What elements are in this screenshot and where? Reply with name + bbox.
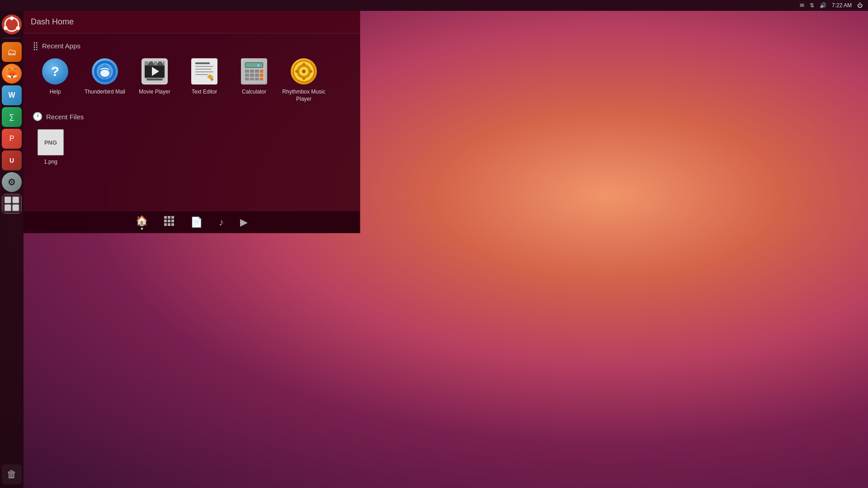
- recent-files-header: 🕐 Recent Files: [33, 112, 351, 122]
- launcher-item-workspace[interactable]: [2, 194, 22, 214]
- svg-rect-20: [146, 79, 163, 80]
- calculator-icon: 0: [241, 58, 267, 84]
- launcher-divider: [4, 38, 20, 38]
- topbar-email-icon[interactable]: ✉: [800, 2, 804, 9]
- topbar-volume-icon[interactable]: 🔊: [820, 2, 826, 9]
- svg-rect-25: [195, 69, 212, 70]
- dash-content: ⣿ Recent Apps ? Help: [24, 33, 360, 211]
- svg-rect-55: [168, 216, 170, 219]
- launcher-item-ubuntu-home[interactable]: [2, 14, 22, 34]
- svg-rect-18: [163, 61, 165, 65]
- app-icon-wrapper-help: ?: [41, 57, 70, 86]
- dash-bottom-home[interactable]: 🏠: [136, 215, 148, 230]
- dash-home-label: Dash Home: [31, 17, 74, 27]
- dash-bottom-music[interactable]: ♪: [219, 216, 224, 228]
- svg-rect-57: [164, 220, 167, 222]
- svg-rect-4: [5, 197, 11, 203]
- app-item-movieplayer[interactable]: Movie Player: [132, 57, 177, 103]
- writer-icon: W: [2, 85, 22, 105]
- ubuntu-one-icon: U: [2, 150, 22, 170]
- launcher-item-system[interactable]: ⚙: [2, 172, 22, 192]
- svg-rect-14: [145, 61, 148, 65]
- topbar-network-icon[interactable]: ⇅: [810, 2, 814, 9]
- calc-icon: ∑: [2, 107, 22, 127]
- app-icon-wrapper-thunderbird: [90, 57, 119, 86]
- app-icon-wrapper-texteditor: [190, 57, 219, 86]
- svg-rect-58: [168, 220, 170, 222]
- svg-rect-38: [250, 74, 254, 77]
- music-icon: ♪: [219, 216, 224, 228]
- png-file-icon: PNG: [38, 129, 64, 155]
- unity-launcher: 🗂 🦊 W ∑ P U ⚙ 🗑: [0, 11, 24, 488]
- topbar-time: 7:22 AM: [832, 2, 852, 9]
- video-icon: ▶: [240, 216, 248, 228]
- dash-bottom-video[interactable]: ▶: [240, 216, 248, 228]
- launcher-item-writer[interactable]: W: [2, 85, 22, 105]
- launcher-item-calc[interactable]: ∑: [2, 107, 22, 127]
- svg-point-3: [16, 26, 20, 30]
- dash-overlay: Dash Home ⣿ Recent Apps ? Help: [24, 11, 360, 233]
- svg-rect-42: [250, 78, 254, 80]
- launcher-item-impress[interactable]: P: [2, 129, 22, 149]
- app-item-help[interactable]: ? Help: [33, 57, 78, 103]
- svg-point-49: [302, 70, 306, 73]
- movieplayer-icon: [142, 58, 168, 84]
- trash-icon: 🗑: [2, 465, 22, 484]
- svg-rect-41: [245, 78, 249, 80]
- dash-search-bar[interactable]: Dash Home: [24, 11, 360, 33]
- app-icon-wrapper-calculator: 0: [240, 57, 269, 86]
- recent-apps-header: ⣿ Recent Apps: [33, 41, 351, 51]
- svg-rect-6: [5, 205, 11, 211]
- recent-apps-grid-icon: ⣿: [33, 41, 38, 51]
- launcher-item-trash[interactable]: 🗑: [2, 465, 22, 484]
- file-label-png: 1.png: [44, 159, 57, 165]
- system-settings-icon: ⚙: [2, 172, 22, 192]
- svg-rect-59: [171, 220, 174, 222]
- svg-rect-21: [145, 78, 165, 79]
- app-label-thunderbird: Thunderbird Mail: [85, 89, 125, 96]
- svg-rect-36: [260, 70, 263, 73]
- svg-rect-39: [255, 74, 259, 77]
- recent-files-title: Recent Files: [46, 113, 84, 121]
- svg-rect-60: [164, 223, 167, 226]
- recent-files-grid: PNG 1.png: [33, 128, 351, 165]
- impress-icon: P: [2, 129, 22, 149]
- svg-point-53: [310, 70, 312, 73]
- svg-rect-56: [171, 216, 174, 219]
- svg-rect-34: [250, 70, 254, 73]
- launcher-item-files[interactable]: 🗂: [2, 42, 22, 62]
- files-nav-icon: 📄: [190, 216, 203, 228]
- app-icon-wrapper-movieplayer: [140, 57, 169, 86]
- svg-point-50: [302, 63, 305, 66]
- launcher-item-firefox[interactable]: 🦊: [2, 64, 22, 84]
- svg-rect-35: [255, 70, 259, 73]
- svg-rect-5: [13, 197, 19, 203]
- app-item-thunderbird[interactable]: Thunderbird Mail: [82, 57, 127, 103]
- app-label-texteditor: Text Editor: [192, 89, 217, 96]
- firefox-icon: 🦊: [2, 64, 22, 84]
- svg-rect-16: [154, 61, 157, 65]
- dash-bottom-apps[interactable]: [164, 216, 174, 229]
- svg-rect-31: [245, 63, 263, 67]
- svg-rect-15: [149, 61, 153, 65]
- svg-rect-44: [260, 78, 263, 80]
- app-label-help: Help: [50, 89, 61, 96]
- svg-rect-23: [195, 62, 210, 64]
- help-icon: ?: [42, 58, 68, 84]
- svg-rect-24: [195, 66, 213, 67]
- app-item-texteditor[interactable]: Text Editor: [182, 57, 227, 103]
- app-item-rhythmbox[interactable]: Rhythmbox Music Player: [281, 57, 326, 103]
- launcher-item-ubuntu-one[interactable]: U: [2, 150, 22, 170]
- recent-apps-grid: ? Help Thund: [33, 57, 351, 103]
- app-label-rhythmbox: Rhythmbox Music Player: [281, 89, 326, 103]
- svg-rect-37: [245, 74, 249, 77]
- app-label-calculator: Calculator: [242, 89, 266, 96]
- file-item-png[interactable]: PNG 1.png: [33, 128, 69, 165]
- topbar-power-icon[interactable]: ⏻: [857, 2, 863, 9]
- svg-rect-33: [245, 70, 249, 73]
- topbar: ✉ ⇅ 🔊 7:22 AM ⏻: [0, 0, 868, 11]
- thunderbird-icon: [92, 58, 118, 84]
- app-item-calculator[interactable]: 0: [231, 57, 277, 103]
- svg-point-2: [4, 26, 7, 30]
- dash-bottom-files[interactable]: 📄: [190, 216, 203, 228]
